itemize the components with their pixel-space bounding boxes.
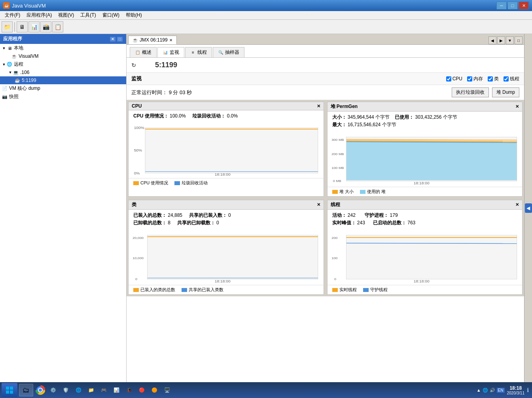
heapdump-button[interactable]: 堆 Dump — [492, 87, 519, 97]
tray-keyboard-icon[interactable]: EN — [497, 388, 505, 393]
checkbox-classes-label: 类 — [494, 76, 499, 82]
cpu-chart-panel: CPU ✕ CPU 使用情况： 100.0% 垃圾回收活动： 0.0% — [128, 102, 324, 197]
menu-help[interactable]: 帮助(H) — [123, 11, 145, 19]
tree-item-local[interactable]: ▼ 🖥 本地 — [0, 44, 126, 52]
checkbox-threads[interactable]: 线程 — [504, 76, 519, 82]
menu-view[interactable]: 视图(V) — [55, 11, 77, 19]
sidebar-menu-btn[interactable]: □ — [117, 36, 123, 42]
tab-jmx[interactable]: ☕ JMX 06:1199 ✕ — [128, 36, 177, 44]
cpu-chart-title: CPU — [132, 103, 142, 109]
remote-icon: 🌐 — [6, 61, 13, 68]
taskbar-app3-icon[interactable]: 🟠 — [149, 385, 160, 396]
toolbar-btn-3[interactable]: 📊 — [28, 21, 40, 32]
tree-item-host106[interactable]: ▼ 💻 .106 — [0, 68, 126, 76]
tray-volume-icon[interactable]: 🔊 — [490, 388, 495, 393]
checkbox-memory[interactable]: 内存 — [467, 76, 483, 82]
host-icon: 💻 — [13, 69, 19, 76]
threads-chart-panel: 线程 ✕ 活动： 242 守护进程： 179 — [327, 200, 523, 295]
taskbar-terminal-icon[interactable]: 🖥️ — [161, 385, 172, 396]
tree-item-snapshot[interactable]: 📷 快照 — [0, 93, 126, 101]
cpu-chart-svg: 100% 50% 0% — [132, 124, 320, 176]
heap-chart-close[interactable]: ✕ — [515, 104, 519, 109]
legend-live-threads-color — [332, 288, 338, 292]
taskbar-explorer[interactable]: 🗂 — [19, 384, 33, 396]
tree-label-local: 本地 — [14, 45, 23, 51]
classes-chart-close[interactable]: ✕ — [317, 202, 320, 207]
gc-button[interactable]: 执行垃圾回收 — [452, 87, 489, 97]
sidebar-header: 应用程序 ✕ □ — [0, 34, 126, 44]
close-button[interactable]: ✕ — [519, 2, 529, 9]
taskbar-minecraft-icon[interactable]: 🎮 — [98, 385, 109, 396]
maximize-button[interactable]: □ — [507, 2, 518, 9]
toolbar-btn-5[interactable]: 📋 — [52, 21, 63, 32]
tab-nav-down[interactable]: ▼ — [506, 36, 514, 44]
toolbar-btn-1[interactable]: 📁 — [2, 21, 13, 32]
tree-item-remote[interactable]: ▼ 🌐 远程 — [0, 60, 126, 68]
cpu-chart-header: CPU ✕ — [129, 102, 324, 110]
start-button[interactable] — [2, 383, 17, 397]
svg-text:0: 0 — [334, 277, 336, 280]
right-collapse-btn[interactable]: ◀ — [525, 203, 532, 213]
menu-bar: 文件(F) 应用程序(A) 视图(V) 工具(T) 窗口(W) 帮助(H) — [0, 11, 532, 20]
checkbox-cpu[interactable]: CPU — [446, 76, 462, 81]
jmx-icon: ☕ — [14, 77, 21, 83]
taskbar-app2-icon[interactable]: 🔴 — [136, 385, 147, 396]
inner-tab-sampler[interactable]: 🔍 抽样器 — [213, 47, 244, 57]
tab-nav-fwd[interactable]: ▶ — [497, 36, 505, 44]
main-panel: 📋 概述 📊 监视 ≡ 线程 🔍 抽样器 ↻ — [127, 45, 524, 382]
checkbox-classes[interactable]: 类 — [488, 76, 499, 82]
menu-tools[interactable]: 工具(T) — [77, 11, 99, 19]
menu-window[interactable]: 窗口(W) — [99, 11, 123, 19]
menu-app[interactable]: 应用程序(A) — [23, 11, 55, 19]
taskbar-redhat-icon[interactable]: 🎩 — [123, 385, 134, 396]
taskbar-shield-icon[interactable]: 🛡️ — [60, 385, 71, 396]
local-icon: 🖥 — [6, 45, 13, 51]
checkbox-memory-input[interactable] — [467, 76, 472, 81]
toolbar-btn-4[interactable]: 📸 — [40, 21, 51, 32]
tray-up-icon[interactable]: ▲ — [477, 388, 481, 392]
inner-tab-overview[interactable]: 📋 概述 — [130, 47, 157, 57]
svg-rect-48 — [6, 390, 9, 394]
sidebar-close-btn[interactable]: ✕ — [110, 36, 116, 42]
vmcore-icon: 📄 — [2, 85, 8, 92]
tree-item-vmcore[interactable]: 📄 VM 核心 dump — [0, 84, 126, 93]
classes-chart-stats: 已装入的总数： 24,885 共享的已装入数： 0 已卸载的总数： 8 — [129, 210, 324, 229]
svg-marker-20 — [346, 142, 517, 180]
taskbar-chart-icon[interactable]: 📊 — [111, 385, 122, 396]
threads-chart-close[interactable]: ✕ — [515, 202, 519, 207]
refresh-icon[interactable]: ↻ — [131, 62, 136, 68]
minimize-button[interactable]: ─ — [496, 2, 507, 9]
menu-file[interactable]: 文件(F) — [2, 11, 23, 19]
inner-tab-threads[interactable]: ≡ 线程 — [185, 47, 212, 57]
tab-nav-back[interactable]: ◀ — [488, 36, 496, 44]
legend-classes-shared: 共享的已装入类数 — [182, 287, 223, 293]
inner-tab-monitor[interactable]: 📊 监视 — [157, 47, 184, 57]
tray-network-icon[interactable]: 🌐 — [483, 388, 488, 393]
tree-item-jmx[interactable]: ☕ 5:1199 — [0, 76, 126, 84]
svg-text:20,000: 20,000 — [133, 236, 144, 240]
heap-chart-svg: 300 MB 200 MB 100 MB 0 MB — [331, 133, 519, 185]
checkbox-classes-input[interactable] — [488, 76, 493, 81]
taskbar-globe-icon[interactable]: 🌐 — [73, 385, 84, 396]
toolbar-separator-1 — [14, 22, 15, 32]
taskbar-clock[interactable]: 18:18 2020/3/11 — [507, 385, 525, 395]
taskbar-folder-icon[interactable]: 📁 — [85, 385, 97, 396]
checkbox-cpu-input[interactable] — [446, 76, 451, 81]
legend-heap-size-label: 堆 大小 — [339, 189, 354, 195]
tree-item-visualvm[interactable]: ☕ VisualVM — [0, 52, 126, 60]
sidebar: 应用程序 ✕ □ ▼ 🖥 本地 ☕ VisualVM ▼ 🌐 远程 ▼ 💻 .1… — [0, 34, 127, 382]
inner-tab-sampler-label: 抽样器 — [225, 49, 239, 56]
taskbar-chrome-icon[interactable] — [35, 385, 46, 396]
tray-info-icon: ℹ — [527, 387, 529, 393]
svg-rect-30 — [148, 235, 318, 279]
checkbox-threads-input[interactable] — [504, 76, 509, 81]
taskbar-settings-icon[interactable]: ⚙️ — [47, 385, 59, 396]
tab-nav-max[interactable]: □ — [515, 36, 523, 44]
tab-close-btn[interactable]: ✕ — [169, 38, 172, 42]
cpu-chart-close[interactable]: ✕ — [317, 104, 320, 109]
legend-cpu-color — [133, 181, 139, 185]
visualvm-icon: ☕ — [11, 53, 17, 59]
tab-label: JMX 06:1199 — [140, 37, 168, 43]
toolbar-btn-2[interactable]: 🖥 — [17, 21, 28, 32]
svg-rect-41 — [346, 235, 517, 279]
